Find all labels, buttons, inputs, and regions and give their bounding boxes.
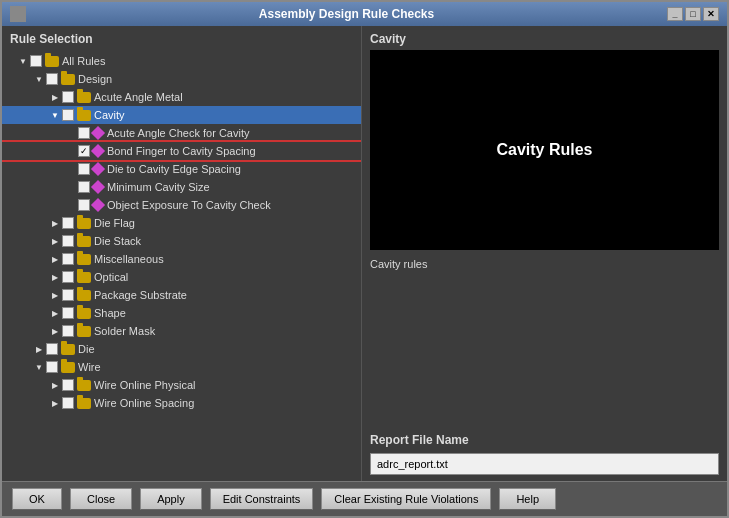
tree-item-all-rules[interactable]: ▼ All Rules [2, 52, 361, 70]
item-label: Acute Angle Check for Cavity [107, 127, 249, 139]
diamond-icon [91, 162, 105, 176]
item-label: Minimum Cavity Size [107, 181, 210, 193]
folder-icon [61, 74, 75, 85]
tree-item-optical[interactable]: ▶ Optical [2, 268, 361, 286]
arrow-icon: ▶ [50, 326, 60, 336]
ok-button[interactable]: OK [12, 488, 62, 510]
item-label: Optical [94, 271, 128, 283]
report-section: Report File Name [370, 433, 719, 475]
svg-rect-1 [19, 7, 25, 13]
rule-tree[interactable]: ▼ All Rules ▼ Design ▶ Acute [2, 50, 361, 481]
report-filename-input[interactable] [370, 453, 719, 475]
left-panel: Rule Selection ▼ All Rules ▼ Design [2, 26, 362, 481]
item-label: Wire Online Spacing [94, 397, 194, 409]
item-label: Solder Mask [94, 325, 155, 337]
diamond-icon [91, 198, 105, 212]
diamond-icon [91, 144, 105, 158]
item-label: Shape [94, 307, 126, 319]
clear-violations-button[interactable]: Clear Existing Rule Violations [321, 488, 491, 510]
arrow-icon: ▼ [50, 110, 60, 120]
cavity-preview: Cavity Rules [370, 50, 719, 250]
checkbox-wire[interactable] [46, 361, 58, 373]
checkbox-solder-mask[interactable] [62, 325, 74, 337]
item-label: Package Substrate [94, 289, 187, 301]
checkbox-acute-cavity[interactable] [78, 127, 90, 139]
item-label: Wire [78, 361, 101, 373]
tree-item-design[interactable]: ▼ Design [2, 70, 361, 88]
edit-constraints-button[interactable]: Edit Constraints [210, 488, 314, 510]
checkbox-min-cavity[interactable] [78, 181, 90, 193]
minimize-button[interactable]: _ [667, 7, 683, 21]
checkbox-all-rules[interactable] [30, 55, 42, 67]
close-button[interactable]: ✕ [703, 7, 719, 21]
main-window: Assembly Design Rule Checks _ □ ✕ Rule S… [0, 0, 729, 518]
tree-item-shape[interactable]: ▶ Shape [2, 304, 361, 322]
item-label: Die Flag [94, 217, 135, 229]
folder-icon [61, 362, 75, 373]
diamond-icon [91, 126, 105, 140]
item-label: Bond Finger to Cavity Spacing [107, 145, 256, 157]
tree-item-die-cavity[interactable]: Die to Cavity Edge Spacing [2, 160, 361, 178]
arrow-icon: ▶ [50, 236, 60, 246]
checkbox-design[interactable] [46, 73, 58, 85]
arrow-icon: ▼ [34, 74, 44, 84]
checkbox-die-flag[interactable] [62, 217, 74, 229]
tree-item-min-cavity[interactable]: Minimum Cavity Size [2, 178, 361, 196]
svg-rect-0 [11, 7, 17, 13]
tree-item-die[interactable]: ▶ Die [2, 340, 361, 358]
checkbox-shape[interactable] [62, 307, 74, 319]
tree-item-wire-online-spacing[interactable]: ▶ Wire Online Spacing [2, 394, 361, 412]
tree-item-package-substrate[interactable]: ▶ Package Substrate [2, 286, 361, 304]
tree-item-object-exposure[interactable]: Object Exposure To Cavity Check [2, 196, 361, 214]
apply-button[interactable]: Apply [140, 488, 202, 510]
title-bar: Assembly Design Rule Checks _ □ ✕ [2, 2, 727, 26]
folder-icon [77, 398, 91, 409]
diamond-icon [91, 180, 105, 194]
svg-rect-3 [19, 15, 25, 21]
item-label: Design [78, 73, 112, 85]
tree-item-acute-angle-metal[interactable]: ▶ Acute Angle Metal [2, 88, 361, 106]
right-panel: Cavity Cavity Rules Cavity rules Report … [362, 26, 727, 481]
tree-item-acute-angle-cavity[interactable]: Acute Angle Check for Cavity [2, 124, 361, 142]
tree-item-bond-finger[interactable]: Bond Finger to Cavity Spacing [2, 142, 361, 160]
checkbox-cavity[interactable] [62, 109, 74, 121]
item-label: Object Exposure To Cavity Check [107, 199, 271, 211]
folder-icon [77, 236, 91, 247]
checkbox-die[interactable] [46, 343, 58, 355]
checkbox-optical[interactable] [62, 271, 74, 283]
checkbox-die-stack[interactable] [62, 235, 74, 247]
checkbox-miscellaneous[interactable] [62, 253, 74, 265]
checkbox-package-substrate[interactable] [62, 289, 74, 301]
checkbox-wire-online-physical[interactable] [62, 379, 74, 391]
folder-icon [77, 254, 91, 265]
checkbox-acute-metal[interactable] [62, 91, 74, 103]
help-button[interactable]: Help [499, 488, 556, 510]
bottom-bar: OK Close Apply Edit Constraints Clear Ex… [2, 481, 727, 516]
folder-icon [77, 218, 91, 229]
folder-icon [77, 110, 91, 121]
arrow-icon: ▼ [18, 56, 28, 66]
tree-item-cavity[interactable]: ▼ Cavity [2, 106, 361, 124]
tree-item-die-flag[interactable]: ▶ Die Flag [2, 214, 361, 232]
item-label: Die to Cavity Edge Spacing [107, 163, 241, 175]
folder-icon [77, 308, 91, 319]
tree-item-wire-online-physical[interactable]: ▶ Wire Online Physical [2, 376, 361, 394]
checkbox-object-exposure[interactable] [78, 199, 90, 211]
arrow-icon: ▼ [34, 362, 44, 372]
app-icon [10, 6, 26, 22]
item-label: Cavity [94, 109, 125, 121]
maximize-button[interactable]: □ [685, 7, 701, 21]
tree-item-wire[interactable]: ▼ Wire [2, 358, 361, 376]
tree-item-miscellaneous[interactable]: ▶ Miscellaneous [2, 250, 361, 268]
checkbox-bond-finger[interactable] [78, 145, 90, 157]
item-label: Die Stack [94, 235, 141, 247]
folder-icon [77, 380, 91, 391]
tree-item-die-stack[interactable]: ▶ Die Stack [2, 232, 361, 250]
window-controls: _ □ ✕ [667, 7, 719, 21]
left-panel-header: Rule Selection [2, 26, 361, 50]
tree-item-solder-mask[interactable]: ▶ Solder Mask [2, 322, 361, 340]
checkbox-wire-online-spacing[interactable] [62, 397, 74, 409]
close-button[interactable]: Close [70, 488, 132, 510]
checkbox-die-cavity[interactable] [78, 163, 90, 175]
folder-icon [77, 326, 91, 337]
